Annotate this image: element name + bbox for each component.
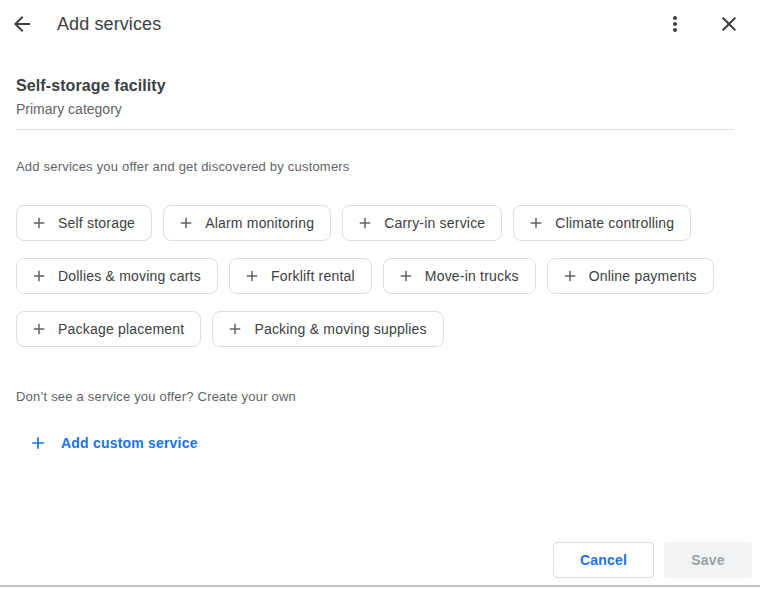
back-button[interactable] [10, 12, 34, 36]
service-chip-self-storage[interactable]: Self storage [16, 205, 152, 241]
plus-icon [243, 267, 261, 285]
dialog-bottom-edge [0, 585, 760, 587]
service-chip-label: Online payments [589, 268, 697, 284]
service-chip-label: Move-in trucks [425, 268, 519, 284]
service-chip-climate-controlling[interactable]: Climate controlling [513, 205, 691, 241]
add-custom-service-button[interactable]: Add custom service [28, 433, 198, 453]
plus-icon [356, 214, 374, 232]
add-custom-service-label: Add custom service [61, 435, 198, 451]
plus-icon [177, 214, 195, 232]
category-label: Primary category [16, 100, 744, 119]
three-dot-menu-icon [663, 12, 687, 36]
service-chip-forklift-rental[interactable]: Forklift rental [229, 258, 372, 294]
service-chip-package-placement[interactable]: Package placement [16, 311, 201, 347]
service-chip-list: Self storageAlarm monitoringCarry-in ser… [16, 205, 732, 347]
plus-icon [397, 267, 415, 285]
dialog-header: Add services [0, 0, 760, 48]
add-services-dialog: Add services Self-storage facility Prima… [0, 0, 760, 589]
category-section: Self-storage facility Primary category [16, 75, 744, 119]
service-chip-online-payments[interactable]: Online payments [547, 258, 714, 294]
service-chip-label: Self storage [58, 215, 135, 231]
plus-icon [561, 267, 579, 285]
dialog-title: Add services [57, 14, 161, 35]
save-button[interactable]: Save [664, 542, 752, 578]
plus-icon [30, 320, 48, 338]
plus-icon [30, 214, 48, 232]
service-chip-carry-in-service[interactable]: Carry-in service [342, 205, 502, 241]
plus-icon [226, 320, 244, 338]
close-button[interactable] [717, 12, 741, 36]
service-chip-label: Dollies & moving carts [58, 268, 201, 284]
category-name: Self-storage facility [16, 75, 744, 97]
service-chip-label: Alarm monitoring [205, 215, 314, 231]
service-chip-label: Forklift rental [271, 268, 355, 284]
section-divider [16, 129, 734, 130]
service-chip-move-in-trucks[interactable]: Move-in trucks [383, 258, 536, 294]
overflow-menu-button[interactable] [663, 12, 687, 36]
service-chip-label: Climate controlling [555, 215, 674, 231]
custom-service-hint: Don’t see a service you offer? Create yo… [16, 388, 744, 406]
plus-icon [527, 214, 545, 232]
plus-icon [30, 267, 48, 285]
service-chip-dollies-moving-carts[interactable]: Dollies & moving carts [16, 258, 218, 294]
service-chip-alarm-monitoring[interactable]: Alarm monitoring [163, 205, 331, 241]
service-chip-label: Packing & moving supplies [254, 321, 426, 337]
plus-icon [28, 433, 48, 453]
cancel-button[interactable]: Cancel [553, 542, 654, 578]
close-icon [717, 12, 741, 36]
dialog-footer: Cancel Save [553, 542, 752, 578]
arrow-left-icon [10, 12, 34, 36]
intro-text: Add services you offer and get discovere… [16, 158, 744, 176]
service-chip-packing-moving-supplies[interactable]: Packing & moving supplies [212, 311, 443, 347]
service-chip-label: Package placement [58, 321, 184, 337]
service-chip-label: Carry-in service [384, 215, 485, 231]
